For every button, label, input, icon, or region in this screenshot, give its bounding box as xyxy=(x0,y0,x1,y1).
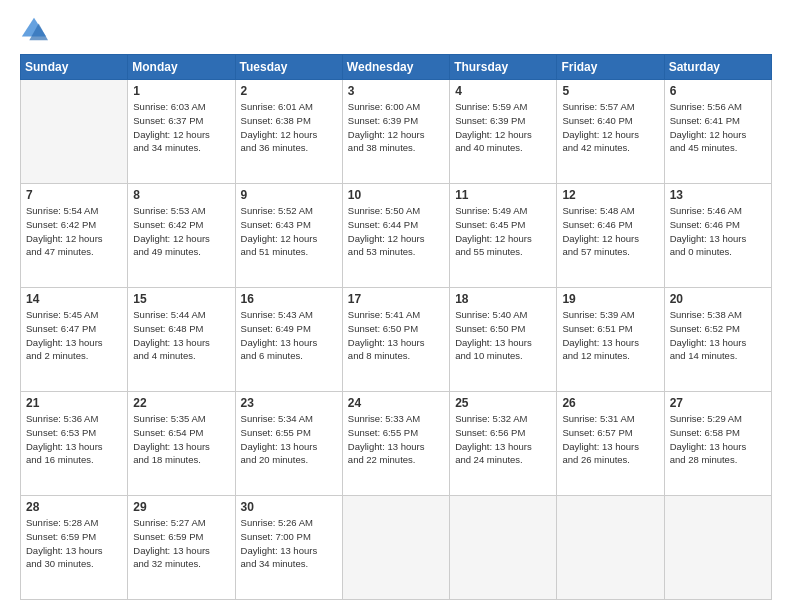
day-number: 26 xyxy=(562,396,658,410)
day-info: Sunrise: 5:38 AM Sunset: 6:52 PM Dayligh… xyxy=(670,308,766,363)
col-monday: Monday xyxy=(128,55,235,80)
day-info: Sunrise: 5:49 AM Sunset: 6:45 PM Dayligh… xyxy=(455,204,551,259)
day-info: Sunrise: 5:53 AM Sunset: 6:42 PM Dayligh… xyxy=(133,204,229,259)
calendar-cell: 23Sunrise: 5:34 AM Sunset: 6:55 PM Dayli… xyxy=(235,392,342,496)
calendar-cell: 19Sunrise: 5:39 AM Sunset: 6:51 PM Dayli… xyxy=(557,288,664,392)
calendar-cell: 14Sunrise: 5:45 AM Sunset: 6:47 PM Dayli… xyxy=(21,288,128,392)
calendar-cell: 17Sunrise: 5:41 AM Sunset: 6:50 PM Dayli… xyxy=(342,288,449,392)
day-number: 21 xyxy=(26,396,122,410)
day-number: 17 xyxy=(348,292,444,306)
calendar-cell: 11Sunrise: 5:49 AM Sunset: 6:45 PM Dayli… xyxy=(450,184,557,288)
calendar-cell: 7Sunrise: 5:54 AM Sunset: 6:42 PM Daylig… xyxy=(21,184,128,288)
day-info: Sunrise: 5:45 AM Sunset: 6:47 PM Dayligh… xyxy=(26,308,122,363)
day-number: 16 xyxy=(241,292,337,306)
day-info: Sunrise: 5:31 AM Sunset: 6:57 PM Dayligh… xyxy=(562,412,658,467)
calendar-cell: 26Sunrise: 5:31 AM Sunset: 6:57 PM Dayli… xyxy=(557,392,664,496)
day-info: Sunrise: 5:44 AM Sunset: 6:48 PM Dayligh… xyxy=(133,308,229,363)
day-info: Sunrise: 5:33 AM Sunset: 6:55 PM Dayligh… xyxy=(348,412,444,467)
day-number: 29 xyxy=(133,500,229,514)
calendar-cell: 10Sunrise: 5:50 AM Sunset: 6:44 PM Dayli… xyxy=(342,184,449,288)
day-number: 15 xyxy=(133,292,229,306)
calendar-cell: 4Sunrise: 5:59 AM Sunset: 6:39 PM Daylig… xyxy=(450,80,557,184)
day-info: Sunrise: 5:57 AM Sunset: 6:40 PM Dayligh… xyxy=(562,100,658,155)
day-number: 7 xyxy=(26,188,122,202)
day-info: Sunrise: 5:28 AM Sunset: 6:59 PM Dayligh… xyxy=(26,516,122,571)
calendar-week-5: 28Sunrise: 5:28 AM Sunset: 6:59 PM Dayli… xyxy=(21,496,772,600)
calendar-week-2: 7Sunrise: 5:54 AM Sunset: 6:42 PM Daylig… xyxy=(21,184,772,288)
day-info: Sunrise: 5:59 AM Sunset: 6:39 PM Dayligh… xyxy=(455,100,551,155)
day-info: Sunrise: 5:35 AM Sunset: 6:54 PM Dayligh… xyxy=(133,412,229,467)
col-thursday: Thursday xyxy=(450,55,557,80)
header xyxy=(20,16,772,44)
day-number: 9 xyxy=(241,188,337,202)
day-number: 18 xyxy=(455,292,551,306)
day-info: Sunrise: 5:39 AM Sunset: 6:51 PM Dayligh… xyxy=(562,308,658,363)
calendar-cell: 18Sunrise: 5:40 AM Sunset: 6:50 PM Dayli… xyxy=(450,288,557,392)
day-info: Sunrise: 5:46 AM Sunset: 6:46 PM Dayligh… xyxy=(670,204,766,259)
calendar-cell: 3Sunrise: 6:00 AM Sunset: 6:39 PM Daylig… xyxy=(342,80,449,184)
day-info: Sunrise: 5:48 AM Sunset: 6:46 PM Dayligh… xyxy=(562,204,658,259)
col-sunday: Sunday xyxy=(21,55,128,80)
calendar-cell: 5Sunrise: 5:57 AM Sunset: 6:40 PM Daylig… xyxy=(557,80,664,184)
calendar-cell: 9Sunrise: 5:52 AM Sunset: 6:43 PM Daylig… xyxy=(235,184,342,288)
day-info: Sunrise: 5:41 AM Sunset: 6:50 PM Dayligh… xyxy=(348,308,444,363)
day-info: Sunrise: 6:03 AM Sunset: 6:37 PM Dayligh… xyxy=(133,100,229,155)
day-number: 28 xyxy=(26,500,122,514)
day-number: 13 xyxy=(670,188,766,202)
day-number: 4 xyxy=(455,84,551,98)
day-number: 30 xyxy=(241,500,337,514)
calendar-week-1: 1Sunrise: 6:03 AM Sunset: 6:37 PM Daylig… xyxy=(21,80,772,184)
day-number: 8 xyxy=(133,188,229,202)
calendar-table: Sunday Monday Tuesday Wednesday Thursday… xyxy=(20,54,772,600)
calendar-cell: 28Sunrise: 5:28 AM Sunset: 6:59 PM Dayli… xyxy=(21,496,128,600)
calendar-cell: 1Sunrise: 6:03 AM Sunset: 6:37 PM Daylig… xyxy=(128,80,235,184)
day-info: Sunrise: 5:50 AM Sunset: 6:44 PM Dayligh… xyxy=(348,204,444,259)
col-friday: Friday xyxy=(557,55,664,80)
day-info: Sunrise: 5:52 AM Sunset: 6:43 PM Dayligh… xyxy=(241,204,337,259)
calendar-cell: 8Sunrise: 5:53 AM Sunset: 6:42 PM Daylig… xyxy=(128,184,235,288)
calendar-cell: 13Sunrise: 5:46 AM Sunset: 6:46 PM Dayli… xyxy=(664,184,771,288)
day-info: Sunrise: 5:29 AM Sunset: 6:58 PM Dayligh… xyxy=(670,412,766,467)
day-number: 23 xyxy=(241,396,337,410)
day-info: Sunrise: 5:36 AM Sunset: 6:53 PM Dayligh… xyxy=(26,412,122,467)
day-number: 27 xyxy=(670,396,766,410)
calendar-cell: 16Sunrise: 5:43 AM Sunset: 6:49 PM Dayli… xyxy=(235,288,342,392)
day-number: 19 xyxy=(562,292,658,306)
calendar-week-3: 14Sunrise: 5:45 AM Sunset: 6:47 PM Dayli… xyxy=(21,288,772,392)
calendar-cell: 6Sunrise: 5:56 AM Sunset: 6:41 PM Daylig… xyxy=(664,80,771,184)
day-number: 5 xyxy=(562,84,658,98)
calendar-cell: 22Sunrise: 5:35 AM Sunset: 6:54 PM Dayli… xyxy=(128,392,235,496)
day-number: 2 xyxy=(241,84,337,98)
calendar-header-row: Sunday Monday Tuesday Wednesday Thursday… xyxy=(21,55,772,80)
day-number: 25 xyxy=(455,396,551,410)
day-number: 6 xyxy=(670,84,766,98)
day-info: Sunrise: 5:54 AM Sunset: 6:42 PM Dayligh… xyxy=(26,204,122,259)
calendar-cell: 15Sunrise: 5:44 AM Sunset: 6:48 PM Dayli… xyxy=(128,288,235,392)
calendar-cell: 24Sunrise: 5:33 AM Sunset: 6:55 PM Dayli… xyxy=(342,392,449,496)
day-info: Sunrise: 5:26 AM Sunset: 7:00 PM Dayligh… xyxy=(241,516,337,571)
day-info: Sunrise: 5:32 AM Sunset: 6:56 PM Dayligh… xyxy=(455,412,551,467)
day-info: Sunrise: 5:27 AM Sunset: 6:59 PM Dayligh… xyxy=(133,516,229,571)
day-number: 22 xyxy=(133,396,229,410)
calendar-cell: 12Sunrise: 5:48 AM Sunset: 6:46 PM Dayli… xyxy=(557,184,664,288)
day-number: 14 xyxy=(26,292,122,306)
day-info: Sunrise: 5:40 AM Sunset: 6:50 PM Dayligh… xyxy=(455,308,551,363)
day-number: 11 xyxy=(455,188,551,202)
calendar-cell: 20Sunrise: 5:38 AM Sunset: 6:52 PM Dayli… xyxy=(664,288,771,392)
day-info: Sunrise: 5:56 AM Sunset: 6:41 PM Dayligh… xyxy=(670,100,766,155)
logo xyxy=(20,16,52,44)
calendar-week-4: 21Sunrise: 5:36 AM Sunset: 6:53 PM Dayli… xyxy=(21,392,772,496)
logo-icon xyxy=(20,16,48,44)
calendar-cell: 25Sunrise: 5:32 AM Sunset: 6:56 PM Dayli… xyxy=(450,392,557,496)
day-info: Sunrise: 5:34 AM Sunset: 6:55 PM Dayligh… xyxy=(241,412,337,467)
calendar-cell xyxy=(450,496,557,600)
calendar-cell: 21Sunrise: 5:36 AM Sunset: 6:53 PM Dayli… xyxy=(21,392,128,496)
calendar-cell: 2Sunrise: 6:01 AM Sunset: 6:38 PM Daylig… xyxy=(235,80,342,184)
day-number: 10 xyxy=(348,188,444,202)
day-number: 12 xyxy=(562,188,658,202)
col-wednesday: Wednesday xyxy=(342,55,449,80)
calendar-cell: 27Sunrise: 5:29 AM Sunset: 6:58 PM Dayli… xyxy=(664,392,771,496)
calendar-cell xyxy=(664,496,771,600)
day-number: 1 xyxy=(133,84,229,98)
day-number: 24 xyxy=(348,396,444,410)
